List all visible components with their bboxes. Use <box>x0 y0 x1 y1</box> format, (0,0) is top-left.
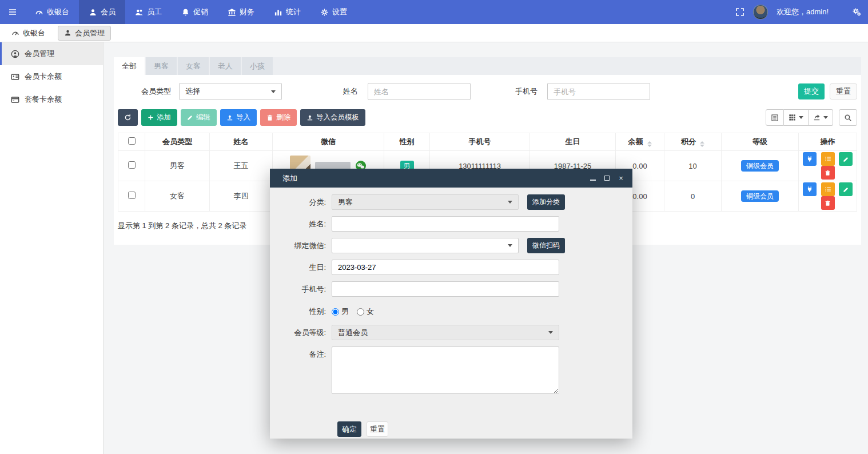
tab-cashier[interactable]: 收银台 <box>11 28 45 38</box>
pencil-icon <box>843 156 849 162</box>
sidebar-item-member-management[interactable]: 会员管理 <box>0 42 103 65</box>
delete-row-button[interactable] <box>821 196 835 210</box>
records-button[interactable] <box>821 182 835 196</box>
delete-row-button[interactable] <box>821 166 835 180</box>
fullscreen-icon[interactable] <box>735 7 744 17</box>
phone-filter-input[interactable] <box>547 83 650 100</box>
button-label: 编辑 <box>196 113 210 122</box>
nav-label: 促销 <box>193 7 208 17</box>
cell-actions <box>799 151 857 181</box>
wechat-scan-button[interactable]: 微信扫码 <box>527 238 565 253</box>
credit-card-icon <box>11 95 19 104</box>
upload-icon <box>306 114 313 121</box>
row-checkbox[interactable] <box>128 161 136 169</box>
sidebar-item-member-card-balance[interactable]: 会员卡余额 <box>0 65 103 88</box>
name-filter-input[interactable] <box>368 83 471 100</box>
member-tab-all[interactable]: 全部 <box>114 57 145 75</box>
import-template-button[interactable]: 导入会员模板 <box>300 109 365 126</box>
dialog-header[interactable]: 添加 × <box>270 169 632 188</box>
gender-female-radio[interactable]: 女 <box>357 306 374 317</box>
plug-icon <box>806 186 813 193</box>
menu-toggle-button[interactable] <box>0 0 25 24</box>
records-button[interactable] <box>821 152 835 166</box>
member-tab-female[interactable]: 女客 <box>178 57 209 75</box>
sidebar-item-package-card-balance[interactable]: 套餐卡余额 <box>0 88 103 111</box>
filter-name-label: 姓名 <box>343 86 358 97</box>
cell-actions <box>799 181 857 212</box>
dialog-reset-button[interactable]: 重置 <box>367 421 388 437</box>
search-toggle-button[interactable] <box>839 109 857 126</box>
add-category-button[interactable]: 添加分类 <box>527 194 565 210</box>
gear-icon[interactable] <box>852 7 861 17</box>
refresh-button[interactable] <box>118 109 138 126</box>
header-balance[interactable]: 余额 <box>616 133 664 151</box>
sidebar-item-label: 套餐卡余额 <box>25 94 62 105</box>
chevron-down-icon <box>799 116 803 119</box>
import-button[interactable]: 导入 <box>220 109 257 126</box>
tab-label: 收银台 <box>23 28 45 38</box>
recharge-button[interactable] <box>803 182 817 196</box>
maximize-icon[interactable] <box>604 176 610 181</box>
welcome-text[interactable]: 欢迎您，admin! <box>777 7 829 17</box>
confirm-button[interactable]: 确定 <box>337 421 361 437</box>
header-label: 积分 <box>681 137 696 146</box>
reset-button[interactable]: 重置 <box>830 83 857 99</box>
birthday-input[interactable] <box>332 260 559 275</box>
tab-member-management[interactable]: 会员管理 <box>58 26 111 41</box>
row-checkbox[interactable] <box>128 192 136 199</box>
phone-input[interactable] <box>332 281 559 297</box>
export-button[interactable] <box>809 109 833 126</box>
nav-item-staff[interactable]: 员工 <box>125 0 172 24</box>
button-label: 删除 <box>276 113 290 122</box>
nav-item-settings[interactable]: 设置 <box>310 0 357 24</box>
cell-member-type: 男客 <box>145 151 210 181</box>
header-wechat: 微信 <box>273 133 384 151</box>
name-label: 姓名: <box>270 219 332 229</box>
pagination-toggle-button[interactable] <box>766 109 784 126</box>
member-tab-child[interactable]: 小孩 <box>242 57 273 75</box>
chevron-down-icon <box>508 244 512 247</box>
sidebar-item-label: 会员卡余额 <box>25 71 62 82</box>
select-all-checkbox[interactable] <box>128 137 136 145</box>
category-select[interactable]: 男客 <box>332 194 519 210</box>
remark-textarea[interactable] <box>332 347 559 394</box>
sidebar-item-label: 会员管理 <box>25 49 54 59</box>
header-points[interactable]: 积分 <box>664 133 722 151</box>
member-tab-male[interactable]: 男客 <box>146 57 177 75</box>
delete-button[interactable]: 删除 <box>260 109 297 126</box>
header-birthday: 生日 <box>530 133 616 151</box>
dialog-title: 添加 <box>282 173 297 184</box>
edit-row-button[interactable] <box>839 152 853 166</box>
nav-label: 会员 <box>101 7 116 17</box>
member-type-select[interactable]: 选择 <box>179 83 282 100</box>
wechat-select[interactable] <box>332 238 519 253</box>
close-icon[interactable]: × <box>618 175 624 182</box>
edit-row-button[interactable] <box>839 182 853 196</box>
pencil-icon <box>187 114 193 121</box>
gender-label: 性别: <box>270 306 332 317</box>
nav-item-cashier[interactable]: 收银台 <box>25 0 79 24</box>
gauge-icon <box>35 8 43 17</box>
add-button[interactable]: 添加 <box>141 109 177 126</box>
name-input[interactable] <box>332 216 559 232</box>
minimize-icon[interactable] <box>590 176 596 181</box>
gender-male-radio[interactable]: 男 <box>332 306 349 317</box>
nav-item-member[interactable]: 会员 <box>79 0 125 24</box>
bell-icon <box>181 8 190 17</box>
user-avatar[interactable] <box>753 5 768 19</box>
select-value: 普通会员 <box>338 328 368 338</box>
columns-toggle-button[interactable] <box>784 109 809 126</box>
radio-label: 女 <box>367 306 374 317</box>
cell-name: 李四 <box>210 181 273 212</box>
recharge-button[interactable] <box>803 152 817 166</box>
pencil-icon <box>843 186 849 193</box>
level-select[interactable]: 普通会员 <box>332 325 559 340</box>
edit-button[interactable]: 编辑 <box>181 109 217 126</box>
submit-button[interactable]: 提交 <box>798 83 825 99</box>
plus-icon <box>148 114 154 121</box>
cell-points: 10 <box>664 151 722 181</box>
member-tab-elder[interactable]: 老人 <box>210 57 241 75</box>
nav-item-statistics[interactable]: 统计 <box>264 0 310 24</box>
nav-item-promotion[interactable]: 促销 <box>172 0 218 24</box>
nav-item-finance[interactable]: 财务 <box>218 0 264 24</box>
